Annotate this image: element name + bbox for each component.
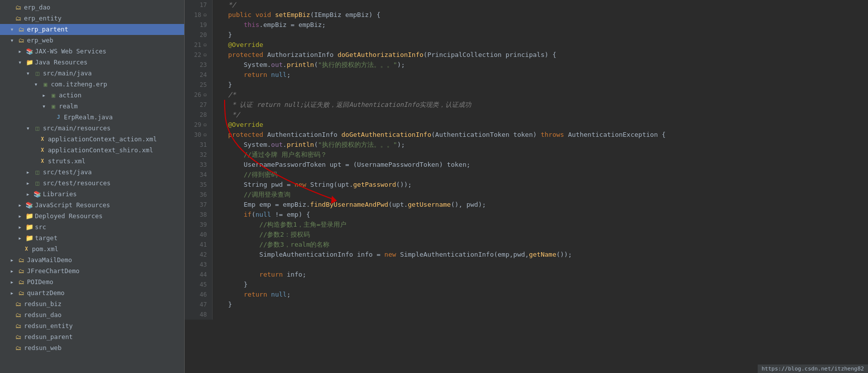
sidebar-item-jfreechartdemo[interactable]: 🗂 JFreeChartDemo: [0, 266, 184, 277]
sidebar-item-label: Java Resources: [35, 57, 184, 67]
lib-icon: 📚: [25, 46, 33, 56]
code-row-23: 23 System.out.println("执行的授权的方法。。。");: [185, 60, 868, 70]
code-row-39: 39 //构造参数1，主角=登录用户: [185, 220, 868, 230]
sidebar-item-label: Deployed Resources: [35, 211, 184, 221]
line-num-43: 43: [185, 260, 212, 270]
sidebar-item-src-test-java[interactable]: ◫ src/test/java: [0, 167, 184, 178]
sidebar-item-erp-dao[interactable]: 🗂 erp_dao: [0, 2, 184, 13]
code-content-26: /*: [212, 90, 868, 100]
code-content-33: UsernamePasswordToken upt = (UsernamePas…: [212, 160, 868, 170]
sidebar-item-label: action: [59, 90, 184, 100]
line-num-39: 39: [185, 220, 212, 230]
code-content-32: //通过令牌 用户名和密码？: [212, 150, 868, 160]
sidebar-item-label: applicationContext_action.xml: [48, 134, 184, 144]
sidebar-item-redsun-web[interactable]: 🗂 redsun_web: [0, 343, 184, 354]
src-icon: ◫: [33, 178, 41, 188]
xml-icon: X: [22, 244, 30, 254]
project-tree[interactable]: 🗂 erp_dao 🗂 erp_entity 🗂 erp_partent 🗂 e…: [0, 0, 185, 373]
arrow-down-icon: [24, 123, 32, 133]
status-text: https://blog.csdn.net/itzheng82: [762, 366, 864, 372]
line-num-48: 48: [185, 310, 212, 320]
code-content-23: System.out.println("执行的授权的方法。。。");: [212, 60, 868, 70]
code-editor: 17 */ 18 public void setEmpBiz(IEmpBiz e…: [185, 0, 868, 373]
sidebar-item-appctx-shiro[interactable]: X applicationContext_shiro.xml: [0, 145, 184, 156]
package-icon: ▣: [41, 79, 49, 89]
sidebar-item-erp-web[interactable]: 🗂 erp_web: [0, 35, 184, 46]
sidebar-item-js-resources[interactable]: 📚 JavaScript Resources: [0, 200, 184, 211]
line-num-42: 42: [185, 250, 212, 260]
sidebar-item-jax-ws[interactable]: 📚 JAX-WS Web Services: [0, 46, 184, 57]
code-row-17: 17 */: [185, 0, 868, 10]
arrow-down-icon: [32, 79, 40, 89]
line-num-38: 38: [185, 210, 212, 220]
src-icon: ◫: [33, 68, 41, 78]
sidebar-item-redsun-entity[interactable]: 🗂 redsun_entity: [0, 321, 184, 332]
sidebar-item-redsun-parent[interactable]: 🗂 redsun_parent: [0, 332, 184, 343]
sidebar-item-realm[interactable]: ▣ realm: [0, 101, 184, 112]
sidebar-item-label: com.itzheng.erp: [51, 79, 184, 89]
sidebar-item-com-itzheng-erp[interactable]: ▣ com.itzheng.erp: [0, 79, 184, 90]
sidebar-item-label: JAX-WS Web Services: [35, 46, 184, 56]
code-row-44: 44 return info;: [185, 270, 868, 280]
sidebar-item-label: erp_web: [27, 35, 184, 45]
code-content-24: return null;: [212, 70, 868, 80]
code-row-33: 33 UsernamePasswordToken upt = (Username…: [185, 160, 868, 170]
code-row-34: 34 //得到密码: [185, 170, 868, 180]
src-icon: ◫: [33, 123, 41, 133]
code-row-32: 32 //通过令牌 用户名和密码？: [185, 150, 868, 160]
sidebar-item-javamaildemo[interactable]: 🗂 JavaMailDemo: [0, 255, 184, 266]
sidebar-item-erp-partent[interactable]: 🗂 erp_partent: [0, 24, 184, 35]
line-num-20: 20: [185, 30, 212, 40]
line-num-22: 22: [185, 50, 212, 60]
sidebar-item-poidemo[interactable]: 🗂 POIDemo: [0, 277, 184, 288]
arrow-down-icon: [8, 35, 16, 45]
project-icon: 🗂: [17, 288, 25, 298]
sidebar-item-src-main-resources[interactable]: ◫ src/main/resources: [0, 123, 184, 134]
line-num-28: 28: [185, 110, 212, 120]
sidebar-item-target[interactable]: 📁 target: [0, 233, 184, 244]
sidebar-item-libraries[interactable]: 📚 Libraries: [0, 189, 184, 200]
sidebar-item-deployed-resources[interactable]: 📁 Deployed Resources: [0, 211, 184, 222]
arrow-right-icon: [8, 255, 16, 265]
arrow-down-icon: [24, 68, 32, 78]
code-content-18: public void setEmpBiz(IEmpBiz empBiz) {: [212, 10, 868, 20]
arrow-right-icon: [8, 277, 16, 287]
package-icon: ▣: [49, 101, 57, 111]
sidebar-item-label: erp_dao: [24, 2, 184, 12]
arrow-right-icon: [16, 233, 24, 243]
line-num-36: 36: [185, 190, 212, 200]
project-icon: 🗂: [17, 24, 25, 34]
line-num-25: 25: [185, 80, 212, 90]
sidebar-item-label: erp_partent: [27, 24, 184, 34]
sidebar-item-src[interactable]: 📁 src: [0, 222, 184, 233]
code-row-18: 18 public void setEmpBiz(IEmpBiz empBiz)…: [185, 10, 868, 20]
sidebar-item-label: ErpRealm.java: [64, 112, 184, 122]
sidebar-item-appctx-action[interactable]: X applicationContext_action.xml: [0, 134, 184, 145]
sidebar-item-redsun-biz[interactable]: 🗂 redsun_biz: [0, 299, 184, 310]
code-content-19: this.empBiz = empBiz;: [212, 20, 868, 30]
sidebar-item-quartzdemo[interactable]: 🗂 quartzDemo: [0, 288, 184, 299]
sidebar-item-java-resources[interactable]: 📁 Java Resources: [0, 57, 184, 68]
sidebar-item-erp-entity[interactable]: 🗂 erp_entity: [0, 13, 184, 24]
line-num-17: 17: [185, 0, 212, 10]
sidebar-item-action[interactable]: ▣ action: [0, 90, 184, 101]
sidebar-item-pom-xml[interactable]: X pom.xml: [0, 244, 184, 255]
xml-icon: X: [38, 134, 46, 144]
arrow-down-icon: [8, 24, 16, 34]
code-content-39: //构造参数1，主角=登录用户: [212, 220, 868, 230]
sidebar-item-erprealm-java[interactable]: J ErpRealm.java: [0, 112, 184, 123]
sidebar-item-redsun-dao[interactable]: 🗂 redsun_dao: [0, 310, 184, 321]
xml-icon: X: [38, 156, 46, 166]
line-num-23: 23: [185, 60, 212, 70]
sidebar-item-label: pom.xml: [32, 244, 184, 254]
arrow-right-icon: [24, 167, 32, 177]
sidebar-item-src-main-java[interactable]: ◫ src/main/java: [0, 68, 184, 79]
line-num-47: 47: [185, 300, 212, 310]
sidebar-item-label: struts.xml: [48, 156, 184, 166]
sidebar-item-struts-xml[interactable]: X struts.xml: [0, 156, 184, 167]
folder-icon: 📁: [25, 211, 33, 221]
sidebar-item-label: src/main/resources: [43, 123, 184, 133]
sidebar-item-label: POIDemo: [27, 277, 184, 287]
sidebar-item-src-test-resources[interactable]: ◫ src/test/resources: [0, 178, 184, 189]
project-icon: 🗂: [17, 255, 25, 265]
